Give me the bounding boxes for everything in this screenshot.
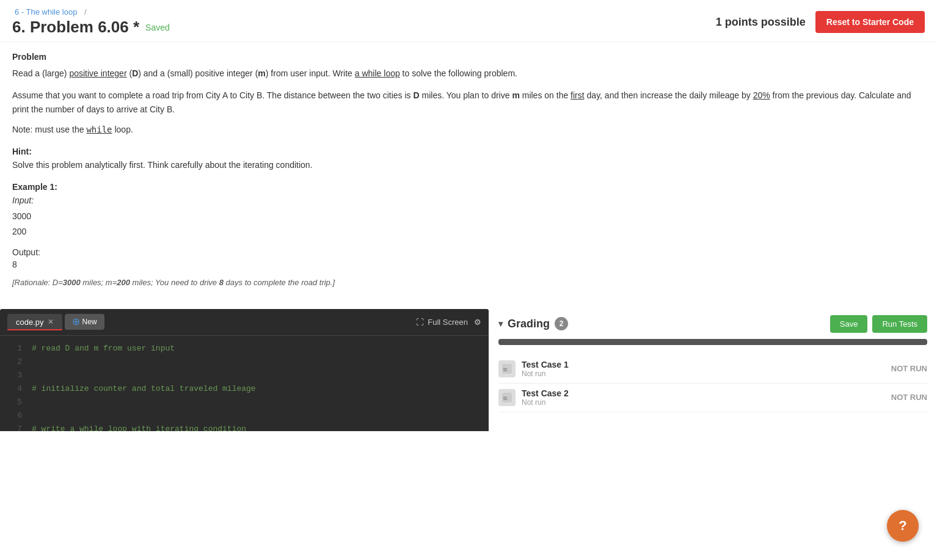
editor-line: 2 xyxy=(0,355,489,369)
hint-label: Hint: xyxy=(12,147,925,156)
fullscreen-icon: ⛶ xyxy=(416,318,424,327)
line-code-1: # read D and m from user input xyxy=(32,342,175,355)
breadcrumb-separator: / xyxy=(84,7,87,16)
test-case-icon-2: tc xyxy=(498,389,516,406)
breadcrumb: 6 - The while loop / xyxy=(12,7,170,16)
input-value-2: 200 xyxy=(12,224,925,239)
input-values: 3000 200 xyxy=(12,209,925,239)
test-case-2: tc Test Case 2 Not run NOT RUN xyxy=(498,384,927,412)
line-num-3: 3 xyxy=(7,369,22,382)
run-tests-button[interactable]: Run Tests xyxy=(872,315,927,333)
input-label: Input: xyxy=(12,195,925,205)
tab-code-label: code.py xyxy=(16,318,44,327)
editor-content[interactable]: 1 # read D and m from user input 2 3 4 #… xyxy=(0,336,489,431)
test-case-status-2: Not run xyxy=(522,398,569,407)
plus-icon: ⊕ xyxy=(72,317,80,327)
test-case-info-2: Test Case 2 Not run xyxy=(522,388,569,407)
editor-tabs: code.py ✕ ⊕ New ⛶ Full Screen ⚙ xyxy=(0,309,489,336)
grading-title-text: Grading xyxy=(508,318,550,330)
editor-line: 1 # read D and m from user input xyxy=(0,342,489,355)
fullscreen-button[interactable]: ⛶ Full Screen xyxy=(416,318,468,327)
test-case-1: tc Test Case 1 Not run NOT RUN xyxy=(498,355,927,384)
header-right: 1 points possible Reset to Starter Code xyxy=(716,11,925,33)
grading-section: ▾ Grading 2 Save Run Tests tc Test Case xyxy=(489,309,937,431)
line-num-6: 6 xyxy=(7,409,22,423)
breadcrumb-chapter[interactable]: 6 - The while loop xyxy=(15,7,77,16)
fullscreen-label: Full Screen xyxy=(428,318,468,327)
editor-line: 6 xyxy=(0,409,489,423)
test-case-icon-1: tc xyxy=(498,360,516,377)
line-num-2: 2 xyxy=(7,355,22,369)
test-case-status-1: Not run xyxy=(522,369,569,378)
tab-active-indicator xyxy=(7,329,62,330)
svg-text:tc: tc xyxy=(503,395,508,401)
editor-section: code.py ✕ ⊕ New ⛶ Full Screen ⚙ 1 xyxy=(0,309,489,431)
grading-buttons: Save Run Tests xyxy=(830,315,927,333)
problem-title-text: 6. Problem 6.06 * xyxy=(12,18,139,37)
output-value: 8 xyxy=(12,260,925,269)
grading-title: ▾ Grading 2 xyxy=(498,317,568,330)
test-case-name-1: Test Case 1 xyxy=(522,360,569,369)
tab-close-icon[interactable]: ✕ xyxy=(48,318,54,326)
test-case-result-1: NOT RUN xyxy=(891,364,927,373)
page-header: 6 - The while loop / 6. Problem 6.06 * S… xyxy=(0,0,937,42)
save-button[interactable]: Save xyxy=(830,315,868,333)
problem-note: Note: must use the while loop. xyxy=(12,125,925,134)
saved-badge: Saved xyxy=(145,23,170,32)
editor-tab-left: code.py ✕ ⊕ New xyxy=(7,314,104,330)
grading-count-badge: 2 xyxy=(555,317,568,330)
grading-header: ▾ Grading 2 Save Run Tests xyxy=(498,315,927,333)
problem-description-1: Read a (large) positive integer (D) and … xyxy=(12,67,925,80)
reset-starter-code-button[interactable]: Reset to Starter Code xyxy=(815,11,925,33)
tab-code-py[interactable]: code.py ✕ xyxy=(7,314,62,330)
chevron-down-icon[interactable]: ▾ xyxy=(498,319,503,329)
header-left: 6 - The while loop / 6. Problem 6.06 * S… xyxy=(12,7,170,37)
problem-title: 6. Problem 6.06 * Saved xyxy=(12,18,170,37)
grading-progress-bar xyxy=(498,339,927,345)
example-label: Example 1: xyxy=(12,182,925,192)
editor-tab-right: ⛶ Full Screen ⚙ xyxy=(416,318,481,327)
editor-line: 4 # initialize counter and total travele… xyxy=(0,382,489,396)
gear-icon[interactable]: ⚙ xyxy=(474,318,481,327)
rationale: [Rationale: D=3000 miles; m=200 miles; Y… xyxy=(12,278,925,287)
problem-body: Problem Read a (large) positive integer … xyxy=(0,42,937,309)
output-label: Output: xyxy=(12,247,925,257)
tab-new-button[interactable]: ⊕ New xyxy=(65,314,104,330)
line-num-1: 1 xyxy=(7,342,22,355)
editor-line: 5 xyxy=(0,396,489,409)
test-case-svg-icon-1: tc xyxy=(501,363,513,375)
test-case-left-1: tc Test Case 1 Not run xyxy=(498,360,569,378)
test-case-name-2: Test Case 2 xyxy=(522,388,569,398)
line-num-5: 5 xyxy=(7,396,22,409)
test-case-left-2: tc Test Case 2 Not run xyxy=(498,388,569,407)
tab-new-label: New xyxy=(82,318,97,326)
line-code-7: # write a while loop with iterating cond… xyxy=(32,423,246,431)
svg-text:tc: tc xyxy=(503,366,508,373)
test-case-svg-icon-2: tc xyxy=(501,391,513,404)
test-case-result-2: NOT RUN xyxy=(891,393,927,402)
hint-text: Solve this problem analytically first. T… xyxy=(12,160,925,170)
points-text: 1 points possible xyxy=(716,16,806,29)
test-case-info-1: Test Case 1 Not run xyxy=(522,360,569,378)
input-value-1: 3000 xyxy=(12,209,925,224)
editor-line: 7 # write a while loop with iterating co… xyxy=(0,423,489,431)
editor-line: 3 xyxy=(0,369,489,382)
bottom-panel: code.py ✕ ⊕ New ⛶ Full Screen ⚙ 1 xyxy=(0,309,937,431)
line-num-4: 4 xyxy=(7,382,22,396)
problem-description-2: Assume that you want to complete a road … xyxy=(12,89,925,116)
problem-section-label: Problem xyxy=(12,52,925,62)
line-code-4: # initialize counter and total traveled … xyxy=(32,382,256,396)
line-num-7: 7 xyxy=(7,423,22,431)
